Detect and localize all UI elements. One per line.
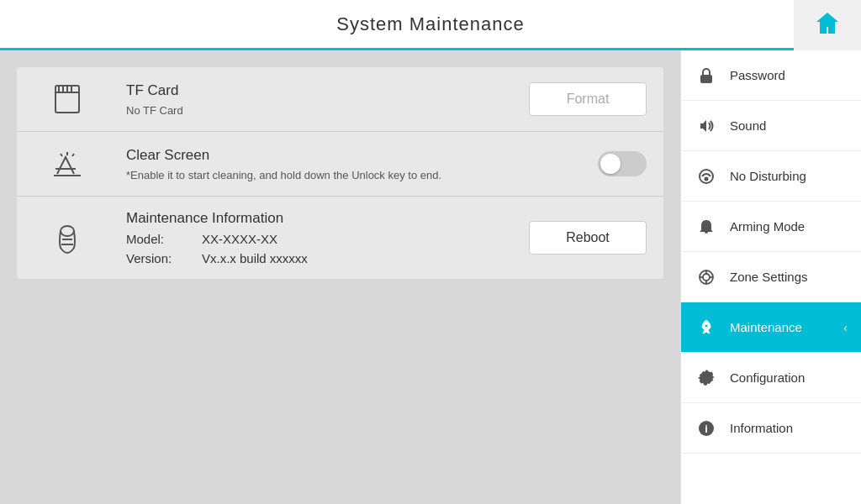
home-button[interactable]: [794, 0, 861, 50]
sidebar: Password Sound No Disturbi: [680, 50, 861, 504]
sidebar-item-arming-mode[interactable]: Arming Mode: [681, 202, 861, 252]
model-value: XX-XXXX-XX: [202, 232, 277, 246]
tf-card-action: Format: [529, 82, 663, 116]
version-row: Version: Vx.x.x build xxxxxx: [126, 251, 520, 265]
tf-card-subtitle: No TF Card: [126, 104, 520, 117]
maintenance-info-icon: [17, 219, 118, 256]
sidebar-item-zone-settings[interactable]: Zone Settings: [681, 252, 861, 302]
sidebar-item-configuration[interactable]: Configuration: [681, 353, 861, 403]
home-icon: [814, 10, 841, 40]
clear-screen-note: *Enable it to start cleaning, and hold d…: [126, 169, 589, 181]
svg-line-7: [61, 154, 62, 156]
tf-card-icon: [17, 81, 118, 118]
format-button[interactable]: Format: [529, 82, 647, 116]
clear-screen-row: Clear Screen *Enable it to start cleanin…: [17, 132, 663, 197]
version-label: Version:: [126, 251, 193, 265]
tf-card-row: TF Card No TF Card Format: [17, 67, 663, 132]
tf-card-body: TF Card No TF Card: [118, 82, 529, 117]
content-inner: TF Card No TF Card Format: [17, 67, 663, 279]
clear-screen-title: Clear Screen: [126, 147, 589, 164]
clear-screen-body: Clear Screen *Enable it to start cleanin…: [118, 147, 598, 181]
content-area: TF Card No TF Card Format: [0, 50, 680, 504]
lock-icon: [695, 66, 718, 85]
sidebar-item-maintenance[interactable]: Maintenance ‹: [681, 302, 861, 353]
model-row: Model: XX-XXXX-XX: [126, 232, 520, 246]
sound-icon: [695, 117, 718, 135]
svg-point-14: [705, 177, 708, 180]
version-value: Vx.x.x build xxxxxx: [202, 251, 308, 265]
model-label: Model:: [126, 232, 193, 246]
gear-icon: [695, 369, 718, 387]
zone-icon: [695, 268, 718, 286]
reboot-button[interactable]: Reboot: [529, 221, 647, 255]
rocket-icon: [695, 318, 718, 337]
sidebar-label-information: Information: [730, 421, 793, 435]
sidebar-label-maintenance: Maintenance: [730, 320, 802, 334]
sidebar-arrow-maintenance: ‹: [843, 321, 848, 334]
svg-point-21: [705, 324, 708, 328]
sidebar-item-password[interactable]: Password: [681, 50, 861, 101]
sidebar-label-sound: Sound: [730, 118, 766, 133]
clear-screen-toggle[interactable]: [598, 151, 647, 176]
svg-line-8: [72, 154, 74, 156]
sidebar-label-arming-mode: Arming Mode: [730, 219, 805, 234]
sidebar-label-configuration: Configuration: [730, 370, 805, 385]
sidebar-item-information[interactable]: i Information: [681, 403, 861, 454]
main-layout: TF Card No TF Card Format: [0, 50, 861, 504]
reboot-action: Reboot: [529, 221, 663, 255]
svg-rect-12: [700, 75, 712, 83]
svg-point-9: [61, 226, 74, 236]
sidebar-item-no-disturbing[interactable]: No Disturbing: [681, 151, 861, 202]
clear-screen-toggle-container: [598, 151, 663, 176]
sidebar-label-password: Password: [730, 68, 785, 82]
svg-text:i: i: [705, 423, 708, 435]
svg-point-16: [703, 274, 710, 281]
page-title: System Maintenance: [336, 13, 524, 35]
tf-card-title: TF Card: [126, 82, 520, 99]
sidebar-label-zone-settings: Zone Settings: [730, 270, 808, 284]
sidebar-label-no-disturbing: No Disturbing: [730, 169, 806, 183]
maintenance-info-title: Maintenance Information: [126, 210, 520, 227]
svg-point-13: [700, 170, 713, 183]
maintenance-info-row: Maintenance Information Model: XX-XXXX-X…: [17, 197, 663, 279]
bell-icon: [695, 218, 718, 236]
info-icon: i: [695, 419, 718, 438]
sidebar-item-sound[interactable]: Sound: [681, 101, 861, 151]
toggle-thumb: [600, 154, 621, 174]
clear-screen-icon: [17, 145, 118, 182]
no-disturb-icon: [695, 167, 718, 186]
maintenance-info-body: Maintenance Information Model: XX-XXXX-X…: [118, 210, 529, 265]
header: System Maintenance: [0, 0, 861, 50]
